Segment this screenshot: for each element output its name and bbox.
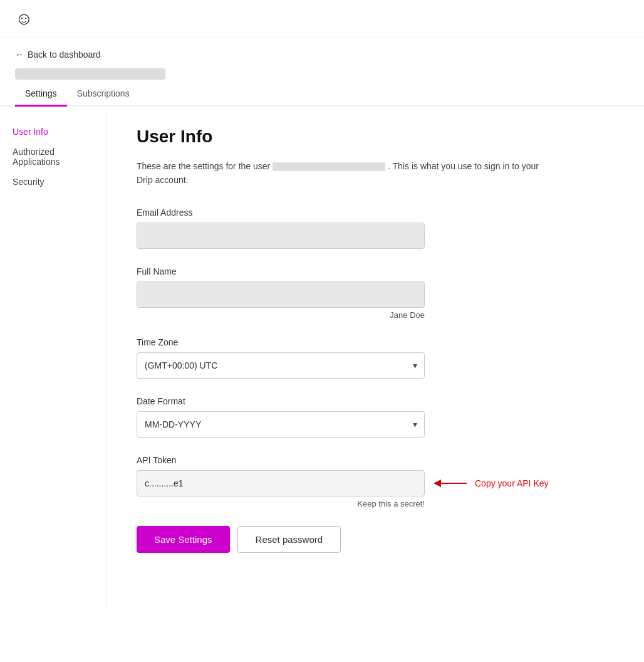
api-token-row: Copy your API Key xyxy=(137,470,553,497)
back-arrow-icon: ← xyxy=(15,50,24,60)
time-zone-label: Time Zone xyxy=(137,337,553,347)
content-area: User Info These are the settings for the… xyxy=(106,107,583,608)
sidebar-item-user-info[interactable]: User Info xyxy=(10,122,96,142)
actions-row: Save Settings Reset password xyxy=(137,526,553,553)
date-format-select[interactable]: MM-DD-YYYY DD-MM-YYYY YYYY-MM-DD xyxy=(137,411,425,438)
tab-subscriptions[interactable]: Subscriptions xyxy=(67,82,140,107)
full-name-hint: Jane Doe xyxy=(137,310,425,320)
email-label: Email Address xyxy=(137,208,553,218)
email-group: Email Address xyxy=(137,208,553,249)
reset-password-button[interactable]: Reset password xyxy=(237,526,341,553)
full-name-group: Full Name Jane Doe xyxy=(137,266,553,320)
back-to-dashboard-link[interactable]: ← Back to dashboard xyxy=(15,50,629,60)
back-to-dashboard-label: Back to dashboard xyxy=(28,50,101,60)
sidebar-item-authorized-applications[interactable]: Authorized Applications xyxy=(10,142,96,172)
full-name-label: Full Name xyxy=(137,266,553,276)
date-format-group: Date Format MM-DD-YYYY DD-MM-YYYY YYYY-M… xyxy=(137,396,553,438)
page-title: User Info xyxy=(137,127,553,147)
full-name-input[interactable] xyxy=(137,281,425,308)
time-zone-group: Time Zone (GMT+00:00) UTC (GMT-05:00) Ea… xyxy=(137,337,553,379)
time-zone-select[interactable]: (GMT+00:00) UTC (GMT-05:00) Eastern Time… xyxy=(137,352,425,379)
tab-settings[interactable]: Settings xyxy=(15,82,67,107)
back-link-area: ← Back to dashboard xyxy=(0,38,644,63)
description: These are the settings for the user . Th… xyxy=(137,159,553,187)
logo: ☺ xyxy=(15,10,33,28)
api-token-label: API Token xyxy=(137,455,553,465)
time-zone-select-wrapper: (GMT+00:00) UTC (GMT-05:00) Eastern Time… xyxy=(137,352,425,379)
api-token-input[interactable] xyxy=(137,470,425,497)
description-before: These are the settings for the user xyxy=(137,161,270,171)
date-format-label: Date Format xyxy=(137,396,553,406)
tabs-bar: Settings Subscriptions xyxy=(0,82,644,107)
sidebar-item-security[interactable]: Security xyxy=(10,172,96,192)
sidebar: User Info Authorized Applications Securi… xyxy=(0,107,106,608)
save-settings-button[interactable]: Save Settings xyxy=(137,526,230,553)
account-bar xyxy=(0,63,644,80)
copy-api-key-arrow-icon xyxy=(432,477,470,490)
account-info-blur xyxy=(15,68,165,80)
top-bar: ☺ xyxy=(0,0,644,38)
copy-api-key-label: Copy your API Key xyxy=(475,478,549,488)
user-email-blur xyxy=(273,162,385,171)
date-format-select-wrapper: MM-DD-YYYY DD-MM-YYYY YYYY-MM-DD xyxy=(137,411,425,438)
api-token-group: API Token Copy your API Key Keep th xyxy=(137,455,553,508)
email-input[interactable] xyxy=(137,223,425,249)
main-layout: User Info Authorized Applications Securi… xyxy=(0,107,644,608)
api-key-annotation: Copy your API Key xyxy=(432,477,549,490)
keep-secret-text: Keep this a secret! xyxy=(137,499,425,508)
